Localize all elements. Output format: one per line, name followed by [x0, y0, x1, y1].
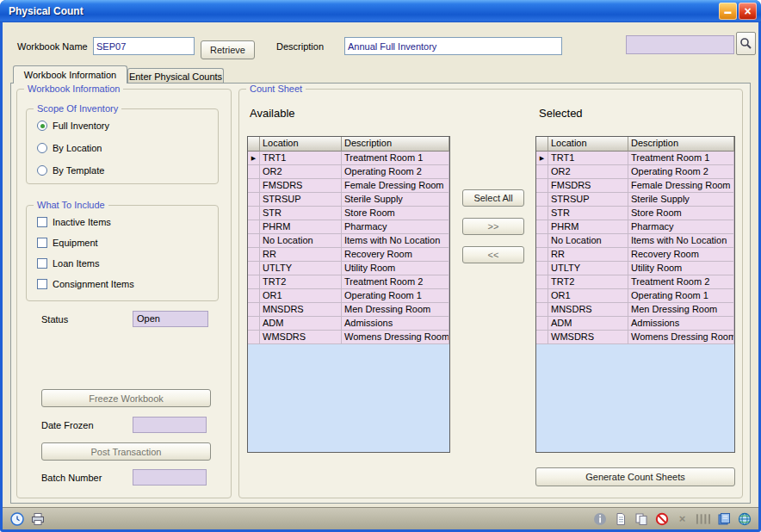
description-input[interactable] [344, 37, 562, 55]
table-row[interactable]: STRStore Room [248, 207, 449, 220]
checkbox-label: Inactive Items [53, 217, 111, 227]
table-row[interactable]: MNSDRSMen Dressing Room [248, 303, 449, 317]
description-cell: Sterile Supply [342, 193, 449, 207]
workbook-information-panel: Workbook Information Scope Of Inventory … [10, 83, 751, 504]
globe-icon[interactable] [737, 511, 752, 526]
table-row[interactable]: STRSUPSterile Supply [248, 193, 449, 207]
clear-icon[interactable]: × [675, 511, 690, 526]
location-cell: FMSDRS [260, 179, 342, 193]
row-selector [248, 234, 260, 248]
workbook-name-input[interactable] [93, 37, 195, 55]
selected-table[interactable]: Location Description ▶TRT1Treatment Room… [535, 136, 735, 453]
checkbox-inactive-items[interactable]: Inactive Items [37, 216, 111, 228]
location-column-header: Location [260, 137, 342, 152]
location-cell: MNSDRS [260, 303, 342, 317]
post-transaction-button[interactable]: Post Transaction [41, 442, 211, 461]
table-row[interactable]: OR1Operating Room 1 [248, 289, 449, 303]
printer-icon[interactable] [30, 511, 45, 526]
copy-icon[interactable] [634, 511, 648, 526]
description-cell: Admissions [342, 317, 449, 331]
table-row[interactable]: ▶TRT1Treatment Room 1 [248, 152, 449, 165]
titlebar[interactable]: Physical Count ▬ × [0, 0, 761, 22]
table-row[interactable]: STRSUPSterile Supply [536, 193, 734, 207]
search-button[interactable] [736, 32, 756, 55]
clock-icon[interactable] [9, 511, 24, 526]
lookup-field[interactable] [626, 35, 734, 54]
move-left-button[interactable]: << [462, 246, 524, 263]
table-row[interactable]: ▶TRT1Treatment Room 1 [536, 152, 734, 165]
radio-selected-icon [37, 121, 47, 131]
table-row[interactable]: TRT2Treatment Room 2 [248, 275, 449, 289]
move-right-button[interactable]: >> [462, 218, 524, 235]
table-row[interactable]: WMSDRSWomens Dressing Room [248, 331, 449, 344]
description-cell: Recovery Room [342, 248, 449, 262]
row-selector [248, 262, 260, 275]
description-column-header: Description [628, 137, 734, 152]
description-cell: Admissions [628, 317, 734, 331]
location-cell: No Location [260, 234, 342, 248]
table-row[interactable]: UTLTYUtility Room [536, 262, 734, 275]
table-row[interactable]: RRRecovery Room [248, 248, 449, 262]
row-selector [248, 165, 260, 179]
table-row[interactable]: FMSDRSFemale Dressing Room [536, 179, 734, 193]
table-row[interactable]: No LocationItems with No Location [536, 234, 734, 248]
table-row[interactable]: ADMAdmissions [536, 317, 734, 331]
checkbox-loan-items[interactable]: Loan Items [37, 257, 99, 269]
location-cell: OR2 [548, 165, 628, 179]
generate-count-sheets-button[interactable]: Generate Count Sheets [535, 467, 735, 486]
table-row[interactable]: WMSDRSWomens Dressing Room [536, 331, 734, 344]
table-row[interactable]: MNSDRSMen Dressing Room [536, 303, 734, 317]
scope-of-inventory-group: Scope Of Inventory Full Inventory By Loc… [26, 108, 219, 184]
row-selector-arrow: ▶ [536, 152, 548, 165]
tab-enter-physical-counts[interactable]: Enter Physical Counts [127, 68, 224, 84]
table-row[interactable]: PHRMPharmacy [248, 220, 449, 234]
table-row[interactable]: No LocationItems with No Location [248, 234, 449, 248]
description-label: Description [276, 41, 324, 52]
batch-number-label: Batch Number [41, 473, 102, 483]
book-icon[interactable] [716, 511, 731, 526]
row-selector [536, 303, 548, 317]
freeze-workbook-button[interactable]: Freeze Workbook [41, 389, 211, 407]
minimize-button[interactable]: ▬ [719, 3, 737, 20]
table-row[interactable]: OR2Operating Room 2 [536, 165, 734, 179]
date-frozen-label: Date Frozen [41, 420, 94, 430]
table-row[interactable]: FMSDRSFemale Dressing Room [248, 179, 449, 193]
radio-full-inventory[interactable]: Full Inventory [37, 120, 109, 132]
retrieve-button[interactable]: Retrieve [201, 40, 255, 59]
table-row[interactable]: OR1Operating Room 1 [536, 289, 734, 303]
available-table-header: Location Description [248, 137, 449, 152]
table-row[interactable]: OR2Operating Room 2 [248, 165, 449, 179]
location-cell: STR [260, 207, 342, 220]
table-row[interactable]: ADMAdmissions [248, 317, 449, 331]
description-cell: Utility Room [342, 262, 449, 275]
description-cell: Pharmacy [628, 220, 734, 234]
location-cell: FMSDRS [548, 179, 628, 193]
select-all-button[interactable]: Select All [462, 189, 524, 207]
close-button[interactable]: × [739, 3, 757, 20]
available-table[interactable]: Location Description ▶TRT1Treatment Room… [247, 136, 450, 453]
location-cell: TRT1 [548, 152, 628, 165]
checkbox-consignment-items[interactable]: Consignment Items [37, 278, 134, 290]
radio-by-location[interactable]: By Location [37, 142, 102, 154]
block-icon[interactable] [654, 511, 669, 526]
group-title: Workbook Information [24, 84, 123, 94]
table-row[interactable]: RRRecovery Room [536, 248, 734, 262]
batch-number-field [133, 469, 207, 486]
tab-workbook-information[interactable]: Workbook Information [13, 65, 127, 84]
table-row[interactable]: PHRMPharmacy [536, 220, 734, 234]
table-row[interactable]: TRT2Treatment Room 2 [536, 275, 734, 289]
what-to-include-group: What To Include Inactive Items Equipment… [26, 205, 219, 301]
tab-label: Workbook Information [24, 70, 116, 80]
radio-by-template[interactable]: By Template [37, 164, 104, 176]
page-icon[interactable] [613, 511, 628, 526]
search-icon [739, 36, 753, 51]
checkbox-equipment[interactable]: Equipment [37, 237, 98, 249]
table-row[interactable]: UTLTYUtility Room [248, 262, 449, 275]
selector-column-header [536, 137, 548, 152]
info-icon[interactable] [592, 511, 607, 526]
description-cell: Operating Room 2 [628, 165, 734, 179]
table-row[interactable]: STRStore Room [536, 207, 734, 220]
description-cell: Men Dressing Room [342, 303, 449, 317]
description-cell: Womens Dressing Room [342, 331, 449, 344]
splitter-icon[interactable] [696, 511, 710, 526]
